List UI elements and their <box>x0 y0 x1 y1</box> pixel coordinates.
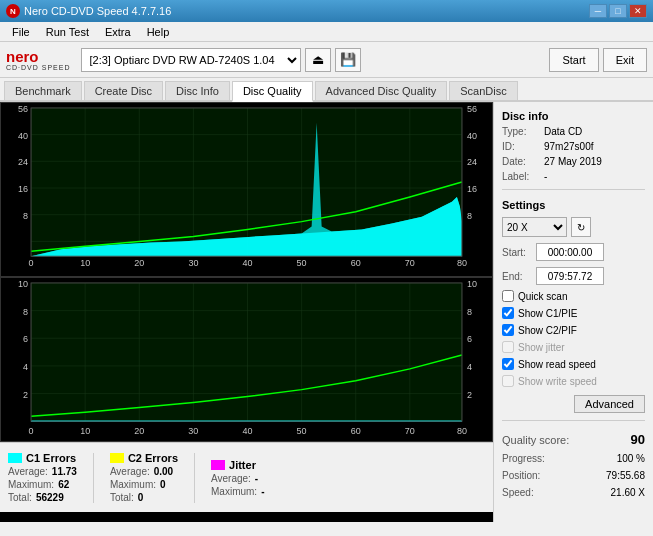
jitter-legend: Jitter Average:- Maximum:- <box>211 459 264 497</box>
svg-text:80: 80 <box>457 426 467 436</box>
c1-label: C1 Errors <box>26 452 76 464</box>
menu-help[interactable]: Help <box>139 24 178 40</box>
svg-text:40: 40 <box>242 426 252 436</box>
svg-text:56: 56 <box>467 104 477 114</box>
device-select[interactable]: [2:3] Optiarc DVD RW AD-7240S 1.04 <box>81 48 301 72</box>
write-speed-checkbox[interactable] <box>502 375 514 387</box>
read-speed-checkbox[interactable] <box>502 358 514 370</box>
svg-text:24: 24 <box>18 157 28 167</box>
svg-text:56: 56 <box>18 104 28 114</box>
speed-val: 21.60 X <box>611 487 645 498</box>
c2pif-checkbox[interactable] <box>502 324 514 336</box>
jitter-checkbox[interactable] <box>502 341 514 353</box>
quick-scan-checkbox[interactable] <box>502 290 514 302</box>
tab-create-disc[interactable]: Create Disc <box>84 81 163 100</box>
tab-disc-info[interactable]: Disc Info <box>165 81 230 100</box>
window-controls: ─ □ ✕ <box>589 4 647 18</box>
quick-scan-label: Quick scan <box>518 291 567 302</box>
logo-sub: CD·DVD SPEED <box>6 64 71 71</box>
disc-info-title: Disc info <box>502 110 645 122</box>
position-val: 79:55.68 <box>606 470 645 481</box>
svg-text:50: 50 <box>297 426 307 436</box>
eject-button[interactable]: ⏏ <box>305 48 331 72</box>
svg-text:0: 0 <box>29 426 34 436</box>
write-speed-label: Show write speed <box>518 376 597 387</box>
jitter-color <box>211 460 225 470</box>
tab-advanced-disc-quality[interactable]: Advanced Disc Quality <box>315 81 448 100</box>
svg-text:20: 20 <box>134 258 144 268</box>
svg-text:16: 16 <box>467 184 477 194</box>
c1pie-label: Show C1/PIE <box>518 308 577 319</box>
nero-logo: nero CD·DVD SPEED <box>6 49 71 71</box>
toolbar: nero CD·DVD SPEED [2:3] Optiarc DVD RW A… <box>0 42 653 78</box>
start-input[interactable] <box>536 243 604 261</box>
c2-chart: 10 8 6 4 2 10 8 6 4 2 0 10 20 30 40 50 6… <box>0 277 493 442</box>
quality-score-label: Quality score: <box>502 434 569 446</box>
save-button[interactable]: 💾 <box>335 48 361 72</box>
disc-label-val: - <box>544 171 547 182</box>
svg-text:30: 30 <box>188 258 198 268</box>
read-speed-label: Show read speed <box>518 359 596 370</box>
divider2 <box>194 453 195 503</box>
c2-color <box>110 453 124 463</box>
progress-label: Progress: <box>502 453 545 464</box>
divider <box>93 453 94 503</box>
menu-run-test[interactable]: Run Test <box>38 24 97 40</box>
advanced-button[interactable]: Advanced <box>574 395 645 413</box>
svg-text:6: 6 <box>23 334 28 344</box>
menu-file[interactable]: File <box>4 24 38 40</box>
svg-text:10: 10 <box>80 258 90 268</box>
c1-color <box>8 453 22 463</box>
maximize-button[interactable]: □ <box>609 4 627 18</box>
svg-text:20: 20 <box>134 426 144 436</box>
end-input[interactable] <box>536 267 604 285</box>
svg-text:40: 40 <box>467 131 477 141</box>
tab-benchmark[interactable]: Benchmark <box>4 81 82 100</box>
menu-bar: File Run Test Extra Help <box>0 22 653 42</box>
divider-2 <box>502 420 645 421</box>
c2pif-label: Show C2/PIF <box>518 325 577 336</box>
start-label: Start: <box>502 247 532 258</box>
svg-text:30: 30 <box>188 426 198 436</box>
svg-text:10: 10 <box>80 426 90 436</box>
end-label: End: <box>502 271 532 282</box>
svg-text:2: 2 <box>23 390 28 400</box>
speed-select[interactable]: 20 X <box>502 217 567 237</box>
legend: C1 Errors Average:11.73 Maximum:62 Total… <box>0 442 493 512</box>
svg-text:70: 70 <box>405 426 415 436</box>
menu-extra[interactable]: Extra <box>97 24 139 40</box>
minimize-button[interactable]: ─ <box>589 4 607 18</box>
type-label: Type: <box>502 126 540 137</box>
jitter-label: Jitter <box>229 459 256 471</box>
svg-text:10: 10 <box>467 279 477 289</box>
divider-1 <box>502 189 645 190</box>
c2-legend: C2 Errors Average:0.00 Maximum:0 Total:0 <box>110 452 178 503</box>
svg-text:50: 50 <box>297 258 307 268</box>
svg-rect-41 <box>31 283 462 421</box>
svg-text:8: 8 <box>467 211 472 221</box>
svg-text:8: 8 <box>23 211 28 221</box>
svg-text:16: 16 <box>18 184 28 194</box>
disc-label-label: Label: <box>502 171 540 182</box>
svg-text:2: 2 <box>467 390 472 400</box>
refresh-button[interactable]: ↻ <box>571 217 591 237</box>
c1pie-checkbox[interactable] <box>502 307 514 319</box>
svg-text:70: 70 <box>405 258 415 268</box>
app-icon: N <box>6 4 20 18</box>
tab-scan-disc[interactable]: ScanDisc <box>449 81 517 100</box>
settings-title: Settings <box>502 199 645 211</box>
exit-button[interactable]: Exit <box>603 48 647 72</box>
close-button[interactable]: ✕ <box>629 4 647 18</box>
start-button[interactable]: Start <box>549 48 598 72</box>
main-content: 56 40 24 16 8 56 40 24 16 8 0 10 20 30 4… <box>0 102 653 522</box>
c1-legend: C1 Errors Average:11.73 Maximum:62 Total… <box>8 452 77 503</box>
right-panel: Disc info Type: Data CD ID: 97m27s00f Da… <box>493 102 653 522</box>
svg-text:40: 40 <box>242 258 252 268</box>
logo-nero: nero <box>6 49 71 64</box>
svg-text:24: 24 <box>467 157 477 167</box>
title-text: Nero CD-DVD Speed 4.7.7.16 <box>24 5 171 17</box>
tab-disc-quality[interactable]: Disc Quality <box>232 81 313 102</box>
svg-text:4: 4 <box>23 362 28 372</box>
title-bar: N Nero CD-DVD Speed 4.7.7.16 ─ □ ✕ <box>0 0 653 22</box>
svg-text:0: 0 <box>29 258 34 268</box>
